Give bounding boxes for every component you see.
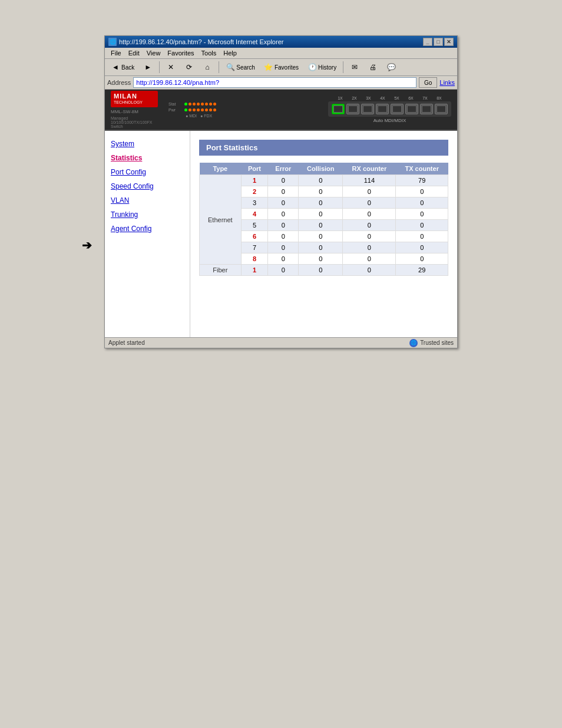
home-icon: ⌂ — [203, 62, 212, 72]
arrow-indicator: ➔ — [82, 238, 92, 252]
address-input[interactable]: http://199.86.12.40/pna.htm? — [133, 77, 416, 88]
led-pwr-5 — [201, 108, 204, 111]
menu-tools[interactable]: Tools — [198, 49, 220, 57]
cell-collision: 0 — [299, 175, 343, 186]
search-button[interactable]: 🔍 Search — [222, 61, 259, 74]
led-stat-8 — [213, 103, 216, 106]
maximize-button[interactable]: □ — [434, 38, 443, 46]
cell-error: 0 — [268, 220, 299, 231]
sidebar-item-system[interactable]: System — [111, 140, 184, 148]
port-label-2x: 2X — [348, 96, 361, 100]
auto-mdix-label: Auto MDI/MDIX — [373, 118, 406, 123]
sidebar-item-speed-config[interactable]: Speed Config — [111, 182, 184, 190]
ie-addressbar: Address http://199.86.12.40/pna.htm? Go … — [105, 76, 457, 90]
cell-rx: 0 — [343, 231, 396, 242]
device-brand: MILAN TECHNOLOGY — [111, 91, 158, 107]
print-button[interactable]: 🖨 — [365, 61, 381, 74]
port-label-5x: 5X — [391, 96, 404, 100]
ie-title-icon: 🌐 — [108, 38, 117, 46]
cell-error: 0 — [268, 231, 299, 242]
page-content: System Statistics Port Config Speed Conf… — [105, 131, 457, 337]
port-label-6x: 6X — [405, 96, 418, 100]
menu-file[interactable]: File — [107, 49, 125, 57]
sidebar-item-port-config[interactable]: Port Config — [111, 168, 184, 176]
forward-button[interactable]: ► — [140, 61, 156, 74]
history-button[interactable]: 🕐 History — [304, 61, 340, 74]
discuss-button[interactable]: 💬 — [383, 61, 399, 74]
port-label-8x: 8X — [433, 96, 446, 100]
menu-view[interactable]: View — [143, 49, 164, 57]
close-button[interactable]: ✕ — [444, 38, 454, 46]
mail-icon: ✉ — [350, 62, 359, 72]
home-button[interactable]: ⌂ — [199, 61, 216, 74]
cell-port: 4 — [241, 209, 268, 220]
sidebar-item-agent-config[interactable]: Agent Config — [111, 225, 184, 233]
menu-edit[interactable]: Edit — [125, 49, 143, 57]
mail-button[interactable]: ✉ — [346, 61, 363, 74]
ie-titlebar: 🌐 http://199.86.12.40/pna.htm? - Microso… — [105, 36, 457, 48]
cell-rx: 0 — [343, 220, 396, 231]
trusted-sites-icon: 🌐 — [409, 339, 418, 347]
search-icon: 🔍 — [226, 62, 235, 72]
section-title: Port Statistics — [199, 140, 448, 156]
cell-port: 1 — [241, 175, 268, 186]
device-model: MML-SW-8M — [111, 109, 158, 114]
cell-error: 0 — [268, 265, 299, 276]
port-label-4x: 4X — [376, 96, 389, 100]
history-label: History — [318, 64, 336, 71]
menu-favorites[interactable]: Favorites — [164, 49, 197, 57]
refresh-button[interactable]: ⟳ — [181, 61, 197, 74]
links-button[interactable]: Links — [439, 79, 455, 86]
led-pwr-6 — [205, 108, 208, 111]
sidebar-item-vlan[interactable]: VLAN — [111, 196, 184, 205]
sidebar-item-statistics[interactable]: Statistics — [111, 154, 184, 162]
cell-rx: 0 — [343, 253, 396, 265]
ie-window: 🌐 http://199.86.12.40/pna.htm? - Microso… — [104, 35, 458, 348]
cell-tx: 0 — [396, 253, 448, 265]
cell-collision: 0 — [299, 209, 343, 220]
led-stat-2 — [189, 103, 191, 106]
col-header-error: Error — [268, 163, 299, 175]
back-button[interactable]: ◄ Back — [107, 61, 138, 74]
cell-rx: 0 — [343, 209, 396, 220]
led-pwr-1 — [184, 108, 187, 111]
favorites-label: Favorites — [275, 64, 299, 71]
cell-port: 3 — [241, 197, 268, 209]
device-description: Managed 10/100/1000TX/100FX Switch — [111, 116, 158, 129]
cell-tx: 0 — [396, 197, 448, 209]
led-stat-6 — [205, 103, 208, 106]
print-icon: 🖨 — [368, 62, 378, 72]
port-8 — [435, 104, 448, 114]
led-pwr-2 — [189, 108, 191, 111]
cell-error: 0 — [268, 209, 299, 220]
cell-tx: 79 — [396, 175, 448, 186]
col-header-port: Port — [241, 163, 268, 175]
refresh-icon: ⟳ — [184, 62, 194, 72]
port-4 — [376, 104, 389, 114]
port-2 — [346, 104, 359, 114]
status-right: 🌐 Trusted sites — [409, 339, 454, 347]
minimize-button[interactable]: _ — [423, 38, 432, 46]
led-stat-1 — [184, 103, 187, 106]
cell-port: 1 — [241, 265, 268, 276]
cell-collision: 0 — [299, 242, 343, 253]
stop-button[interactable]: ✕ — [163, 61, 179, 74]
cell-error: 0 — [268, 253, 299, 265]
led-stat-7 — [209, 103, 212, 106]
led-pwr-3 — [193, 108, 196, 111]
toolbar-separator-2 — [219, 61, 219, 73]
sidebar-item-trunking[interactable]: Trunking — [111, 210, 184, 219]
cell-collision: 0 — [299, 265, 343, 276]
status-left: Applet started — [108, 340, 145, 346]
go-button[interactable]: Go — [419, 77, 437, 88]
ie-window-controls[interactable]: _ □ ✕ — [423, 38, 454, 46]
cell-collision: 0 — [299, 231, 343, 242]
cell-rx: 0 — [343, 197, 396, 209]
cell-tx: 0 — [396, 186, 448, 197]
favorites-button[interactable]: ⭐ Favorites — [260, 61, 302, 74]
port-1 — [332, 104, 345, 114]
led-pwr-4 — [197, 108, 200, 111]
led-pwr-7 — [209, 108, 212, 111]
cell-rx: 114 — [343, 175, 396, 186]
menu-help[interactable]: Help — [220, 49, 240, 57]
